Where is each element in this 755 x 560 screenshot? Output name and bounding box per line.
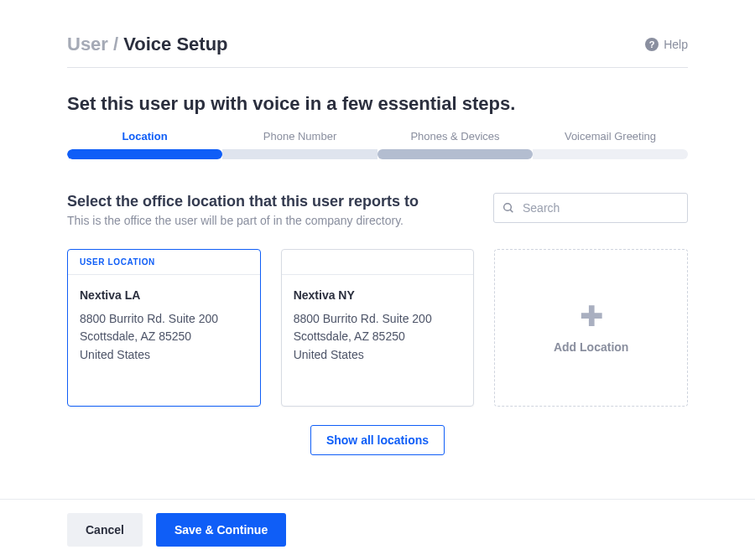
add-location-label: Add Location (554, 340, 628, 354)
location-address-line3: United States (80, 346, 248, 365)
progress-bar (67, 149, 688, 159)
location-address-line2: Scottsdale, AZ 85250 (80, 328, 248, 346)
location-name: Nextiva LA (80, 287, 248, 305)
search-input[interactable] (493, 193, 688, 223)
location-card-nextiva-la[interactable]: USER LOCATION Nextiva LA 8800 Burrito Rd… (67, 249, 261, 407)
card-badge (282, 250, 474, 275)
progress-steps: Location Phone Number Phones & Devices V… (67, 130, 688, 143)
help-label: Help (664, 38, 688, 51)
breadcrumb-current: Voice Setup (123, 34, 227, 54)
step-location[interactable]: Location (67, 130, 222, 143)
search-field[interactable] (493, 193, 688, 223)
breadcrumb-parent[interactable]: User (67, 34, 108, 54)
section-subtitle: This is the office the user will be part… (67, 214, 419, 227)
step-phone-number[interactable]: Phone Number (222, 130, 378, 143)
location-address-line3: United States (294, 346, 462, 365)
search-icon (502, 201, 515, 215)
plus-icon: ✚ (580, 302, 603, 330)
step-phones-devices[interactable]: Phones & Devices (378, 130, 533, 143)
location-address-line2: Scottsdale, AZ 85250 (294, 328, 462, 346)
progress-segment-2 (222, 149, 378, 159)
svg-point-0 (504, 204, 512, 211)
add-location-button[interactable]: ✚ Add Location (494, 249, 688, 407)
step-voicemail-greeting[interactable]: Voicemail Greeting (533, 130, 688, 143)
breadcrumb-separator: / (108, 34, 123, 54)
help-icon: ? (645, 38, 659, 51)
footer-actions: Cancel Save & Continue (0, 499, 755, 560)
section-title: Select the office location that this use… (67, 193, 419, 210)
progress-segment-3 (378, 149, 533, 159)
cancel-button[interactable]: Cancel (67, 513, 143, 547)
breadcrumb: User / Voice Setup (67, 34, 228, 55)
location-address-line1: 8800 Burrito Rd. Suite 200 (80, 310, 248, 329)
progress-segment-4 (533, 149, 688, 159)
svg-line-1 (510, 210, 513, 212)
save-continue-button[interactable]: Save & Continue (156, 513, 286, 547)
location-name: Nextiva NY (294, 287, 462, 305)
card-badge: USER LOCATION (68, 250, 260, 275)
location-address-line1: 8800 Burrito Rd. Suite 200 (294, 310, 462, 329)
progress-segment-1 (67, 149, 222, 159)
show-all-locations-button[interactable]: Show all locations (310, 425, 445, 455)
page-lead: Set this user up with voice in a few ess… (67, 93, 688, 115)
location-card-nextiva-ny[interactable]: Nextiva NY 8800 Burrito Rd. Suite 200 Sc… (281, 249, 475, 407)
help-link[interactable]: ? Help (645, 38, 688, 51)
